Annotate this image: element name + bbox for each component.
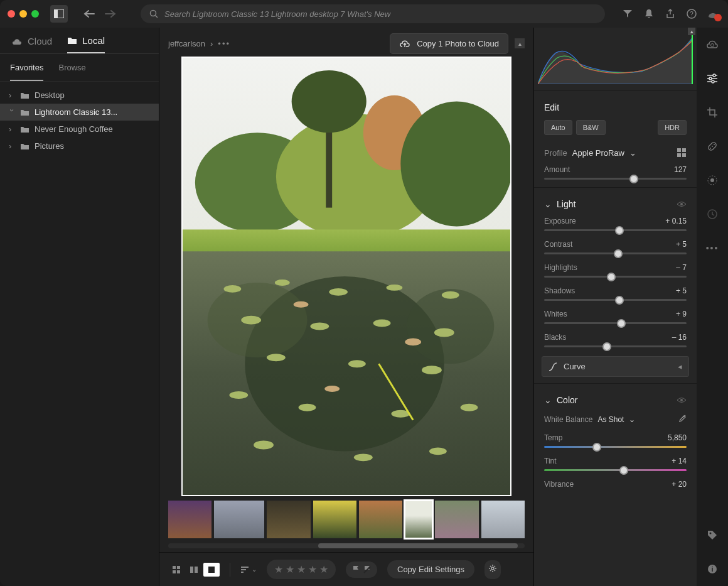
profile-label: Profile — [544, 148, 567, 158]
thumbnail[interactable] — [481, 501, 525, 538]
thumbnail[interactable] — [313, 501, 356, 538]
settings-gear-icon[interactable] — [484, 560, 501, 579]
notifications-icon[interactable] — [641, 6, 656, 21]
filmstrip-scrollbar[interactable] — [168, 543, 525, 548]
subtab-favorites[interactable]: Favorites — [10, 63, 43, 81]
blacks-slider[interactable]: Blacks– 16 — [534, 329, 697, 352]
copy-to-cloud-button[interactable]: Copy 1 Photo to Cloud — [390, 33, 508, 54]
folder-item[interactable]: › Pictures — [0, 138, 159, 155]
grid-view-icon[interactable] — [168, 563, 185, 577]
folder-label: Lightroom Classic 13... — [35, 107, 117, 117]
flag-pick-icon[interactable] — [352, 565, 360, 574]
clipping-indicator-icon[interactable]: ▴ — [688, 28, 695, 35]
bw-button[interactable]: B&W — [576, 120, 606, 135]
auto-button[interactable]: Auto — [544, 120, 572, 135]
svg-point-72 — [710, 178, 714, 182]
more-icon[interactable]: ••• — [218, 39, 230, 48]
visibility-icon[interactable] — [677, 199, 687, 209]
sort-button[interactable]: ⌄ — [240, 566, 257, 573]
share-icon[interactable] — [663, 6, 678, 21]
profile-value[interactable]: Apple ProRaw — [572, 148, 624, 158]
chevron-down-icon: ⌄ — [252, 566, 257, 573]
info-icon[interactable]: i — [704, 561, 720, 577]
slider-label: Vibrance — [544, 480, 574, 489]
collapse-panel-icon[interactable]: ▴ — [515, 38, 525, 48]
eyedropper-icon[interactable] — [678, 414, 687, 425]
chevron-right-icon: › — [210, 39, 213, 48]
contrast-slider[interactable]: Contrast+ 5 — [534, 236, 697, 259]
color-panel-header[interactable]: ⌄ Color — [534, 386, 697, 409]
account-avatar-icon[interactable] — [705, 6, 720, 21]
crop-icon[interactable] — [704, 104, 720, 121]
compare-view-icon[interactable] — [186, 563, 202, 577]
search-input[interactable]: Search Lightroom Classic 13 Lightroom de… — [141, 4, 605, 23]
panel-toggle-icon[interactable] — [50, 5, 68, 23]
highlights-slider[interactable]: Highlights– 7 — [534, 259, 697, 283]
thumbnail[interactable] — [435, 501, 478, 538]
svg-text:i: i — [711, 565, 713, 573]
nav-back-icon[interactable] — [80, 5, 98, 23]
histogram[interactable]: ▴ — [534, 28, 697, 88]
rating-stars[interactable]: ★★★★★ — [267, 560, 336, 579]
left-panel: Cloud Local Favorites Browse › Desktop ›… — [0, 28, 159, 586]
maximize-window[interactable] — [31, 10, 39, 18]
search-placeholder: Search Lightroom Classic 13 Lightroom de… — [164, 9, 390, 19]
folder-item[interactable]: › Desktop — [0, 87, 159, 104]
curve-row[interactable]: Curve ◂ — [542, 356, 689, 377]
help-icon[interactable]: ? — [684, 6, 699, 21]
tab-local[interactable]: Local — [67, 35, 105, 53]
keywords-icon[interactable] — [704, 527, 720, 543]
shadows-slider[interactable]: Shadows+ 5 — [534, 283, 697, 306]
thumbnail[interactable] — [267, 501, 310, 538]
svg-point-22 — [442, 291, 459, 298]
tint-slider[interactable]: Tint+ 14 — [534, 453, 697, 476]
slider-label: Shadows — [544, 286, 575, 295]
svg-point-12 — [292, 70, 367, 132]
svg-rect-56 — [677, 153, 681, 157]
profile-browser-icon[interactable] — [677, 148, 687, 158]
svg-rect-44 — [177, 570, 180, 573]
flag-reject-icon[interactable] — [363, 565, 371, 574]
minimize-window[interactable] — [19, 10, 27, 18]
temp-slider[interactable]: Temp5,850 — [534, 430, 697, 453]
detail-view-icon[interactable] — [203, 563, 220, 577]
subtab-browse[interactable]: Browse — [58, 63, 85, 81]
filmstrip[interactable] — [168, 501, 525, 538]
white-balance-row[interactable]: White Balance As Shot ⌄ — [534, 409, 697, 430]
versions-icon[interactable] — [704, 206, 720, 222]
amount-slider[interactable]: Amount127 — [534, 161, 697, 185]
healing-icon[interactable] — [704, 138, 720, 155]
more-icon[interactable]: ••• — [704, 240, 720, 256]
thumbnail-selected[interactable] — [405, 501, 432, 538]
folder-item[interactable]: › Never Enough Coffee — [0, 121, 159, 138]
svg-rect-54 — [677, 148, 681, 152]
thumbnail[interactable] — [359, 501, 402, 538]
copy-edit-settings-button[interactable]: Copy Edit Settings — [387, 560, 474, 578]
filter-icon[interactable] — [620, 6, 635, 21]
svg-point-29 — [422, 366, 442, 374]
cloud-sync-icon[interactable] — [704, 36, 720, 53]
tab-cloud[interactable]: Cloud — [11, 35, 52, 53]
whites-slider[interactable]: Whites+ 9 — [534, 306, 697, 329]
folder-icon — [67, 36, 77, 45]
close-window[interactable] — [8, 10, 15, 18]
svg-point-27 — [267, 354, 286, 361]
vibrance-slider[interactable]: Vibrance+ 20 — [534, 476, 697, 491]
masking-icon[interactable] — [704, 172, 720, 188]
visibility-icon[interactable] — [677, 395, 687, 405]
flag-buttons[interactable] — [346, 562, 377, 578]
curve-icon — [549, 362, 557, 371]
folder-icon — [20, 143, 29, 150]
breadcrumb[interactable]: jeffcarlson › ••• — [168, 39, 230, 48]
edit-sliders-icon[interactable] — [704, 70, 720, 87]
thumbnail[interactable] — [214, 501, 264, 538]
hdr-button[interactable]: HDR — [658, 120, 687, 135]
folder-icon — [20, 126, 29, 133]
svg-point-28 — [348, 360, 366, 367]
exposure-slider[interactable]: Exposure+ 0.15 — [534, 213, 697, 236]
image-viewport[interactable] — [159, 59, 533, 498]
chevron-down-icon[interactable]: ⌄ — [629, 148, 636, 158]
light-panel-header[interactable]: ⌄ Light — [534, 190, 697, 213]
folder-item[interactable]: › Lightroom Classic 13... — [0, 104, 159, 121]
thumbnail[interactable] — [168, 501, 211, 538]
